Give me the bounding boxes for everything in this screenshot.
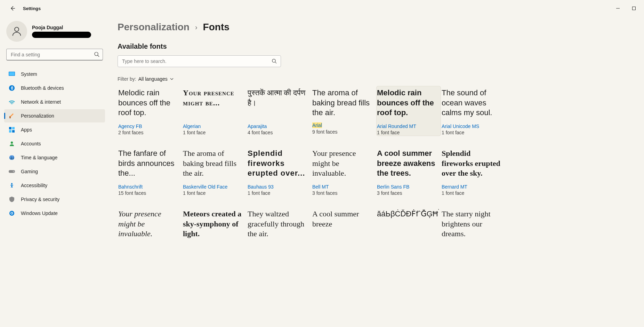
- filter-dropdown[interactable]: All languages: [138, 76, 174, 82]
- font-preview: Splendid fireworks erupted over the sky.: [442, 148, 504, 183]
- sidebar: Pooja Duggal SystemBluetooth & devicesNe…: [0, 17, 108, 327]
- font-card[interactable]: The aroma of baking bread fills the air.…: [182, 146, 247, 197]
- gaming-icon: [8, 168, 15, 175]
- filter-label: Filter by:: [118, 76, 136, 82]
- breadcrumb-current: Fonts: [203, 22, 230, 33]
- font-preview: Your presence might be invaluable.: [118, 208, 180, 243]
- font-preview: Your presence might be invaluable.: [312, 148, 374, 183]
- sidebar-nav: SystemBluetooth & devicesNetwork & inter…: [4, 67, 105, 220]
- back-button[interactable]: [8, 4, 17, 13]
- font-preview: Meteors created a sky-symphony of light.: [183, 208, 245, 243]
- svg-rect-12: [9, 130, 11, 133]
- font-card[interactable]: The sound of ocean waves calms my soul.A…: [441, 86, 506, 136]
- font-card[interactable]: Your presence might be...Algerian1 font …: [182, 86, 247, 136]
- font-card[interactable]: पुस्तकें आत्मा की दर्पण है।Aparajita4 fo…: [247, 86, 312, 136]
- app-title: Settings: [23, 6, 41, 11]
- font-card[interactable]: They waltzed gracefully through the air.: [247, 207, 312, 244]
- svg-point-19: [14, 172, 14, 172]
- font-name: Bauhaus 93: [248, 184, 309, 190]
- sidebar-item-gaming[interactable]: Gaming: [4, 165, 105, 178]
- minimize-button[interactable]: [610, 3, 626, 14]
- sidebar-item-label: System: [21, 71, 37, 77]
- font-card[interactable]: Melodic rain bounces off the roof top.Ag…: [118, 86, 182, 136]
- font-faces: 1 font face: [183, 190, 245, 196]
- sidebar-item-label: Personalization: [21, 113, 54, 119]
- font-card[interactable]: The starry night brightens our dreams.: [441, 207, 506, 244]
- sidebar-item-bluetooth[interactable]: Bluetooth & devices: [4, 81, 105, 95]
- font-name: Aparajita: [248, 123, 309, 129]
- font-name: Bahnschrift: [118, 184, 180, 190]
- font-faces: 1 font face: [442, 190, 504, 196]
- svg-rect-2: [633, 7, 636, 10]
- sidebar-item-accessibility[interactable]: Accessibility: [4, 179, 105, 192]
- font-preview: A cool summer breeze awakens the trees.: [377, 148, 439, 183]
- svg-point-14: [11, 142, 13, 144]
- font-preview: The aroma of baking bread fills the air.: [312, 87, 374, 122]
- user-profile[interactable]: Pooja Duggal: [4, 19, 105, 45]
- accounts-icon: [8, 140, 15, 147]
- minimize-icon: [616, 6, 620, 10]
- sidebar-item-label: Time & language: [21, 155, 57, 160]
- font-name: Baskerville Old Face: [183, 184, 245, 190]
- font-faces: 9 font faces: [312, 129, 374, 135]
- arrow-left-icon: [10, 6, 15, 11]
- sidebar-item-privacy[interactable]: Privacy & security: [4, 193, 105, 206]
- font-preview: The fanfare of birds announces the...: [118, 148, 180, 183]
- breadcrumb-parent[interactable]: Personalization: [118, 22, 190, 33]
- settings-search-input[interactable]: [6, 49, 103, 61]
- title-bar: Settings: [0, 0, 644, 17]
- font-card[interactable]: A cool summer breeze awakens the trees.B…: [376, 146, 441, 197]
- sidebar-item-personalization[interactable]: Personalization: [4, 109, 105, 122]
- font-preview: Melodic rain bounces off the roof top.: [118, 87, 180, 122]
- sidebar-item-accounts[interactable]: Accounts: [4, 137, 105, 150]
- bluetooth-icon: [8, 85, 15, 91]
- font-card[interactable]: Your presence might be invaluable.Bell M…: [312, 146, 376, 197]
- font-card[interactable]: The aroma of baking bread fills the air.…: [312, 86, 376, 136]
- privacy-icon: [8, 196, 15, 203]
- sidebar-item-update[interactable]: Windows Update: [4, 207, 105, 220]
- font-preview: पुस्तकें आत्मा की दर्पण है।: [248, 87, 309, 122]
- font-name: Arial Unicode MS: [442, 123, 504, 129]
- sidebar-item-label: Accessibility: [21, 183, 47, 188]
- sidebar-item-apps[interactable]: Apps: [4, 123, 105, 136]
- font-card[interactable]: Melodic rain bounces off the roof top.Ar…: [376, 86, 441, 136]
- font-card[interactable]: Splendid fireworks erupted over the sky.…: [441, 146, 506, 197]
- sidebar-item-system[interactable]: System: [4, 67, 105, 81]
- search-icon: [272, 58, 277, 65]
- maximize-icon: [632, 6, 636, 10]
- font-search-input[interactable]: [118, 55, 281, 67]
- main-content: Personalization › Fonts Available fonts …: [108, 17, 644, 327]
- svg-rect-10: [9, 127, 11, 129]
- font-faces: 1 font face: [248, 190, 309, 196]
- sidebar-item-network[interactable]: Network & internet: [4, 95, 105, 109]
- filter-row: Filter by: All languages: [118, 76, 630, 82]
- font-preview: The starry night brightens our dreams.: [442, 208, 504, 243]
- font-card[interactable]: A cool summer breeze: [312, 207, 376, 244]
- user-email-redacted: [32, 32, 91, 38]
- font-preview: The aroma of baking bread fills the air.: [183, 148, 245, 183]
- font-faces: 1 font face: [183, 130, 245, 135]
- font-preview: Splendid fireworks erupted over...: [248, 148, 309, 183]
- apps-icon: [8, 126, 15, 133]
- svg-point-18: [13, 171, 14, 172]
- svg-rect-11: [12, 127, 15, 129]
- sidebar-item-time[interactable]: Time & language: [4, 151, 105, 164]
- svg-line-5: [98, 55, 99, 57]
- font-preview: The sound of ocean waves calms my soul.: [442, 87, 504, 122]
- svg-rect-13: [12, 130, 15, 133]
- font-card[interactable]: Meteors created a sky-symphony of light.: [182, 207, 247, 244]
- font-card[interactable]: Your presence might be invaluable.: [118, 207, 182, 244]
- maximize-button[interactable]: [626, 3, 642, 14]
- font-card[interactable]: ăáЬβĊĎĐḞfˆḠĢĦȟıĺṀṇŃṔ: [376, 207, 441, 244]
- svg-line-23: [275, 62, 276, 63]
- system-icon: [8, 71, 15, 78]
- font-card[interactable]: Splendid fireworks erupted over...Bauhau…: [247, 146, 312, 197]
- font-faces: 3 font faces: [312, 190, 374, 196]
- sidebar-item-label: Network & internet: [21, 99, 61, 105]
- font-faces: 1 font face: [442, 130, 504, 135]
- avatar: [6, 21, 27, 42]
- personalization-icon: [8, 112, 15, 119]
- font-card[interactable]: The fanfare of birds announces the...Bah…: [118, 146, 182, 197]
- font-name: Algerian: [183, 123, 245, 129]
- chevron-down-icon: [170, 77, 174, 81]
